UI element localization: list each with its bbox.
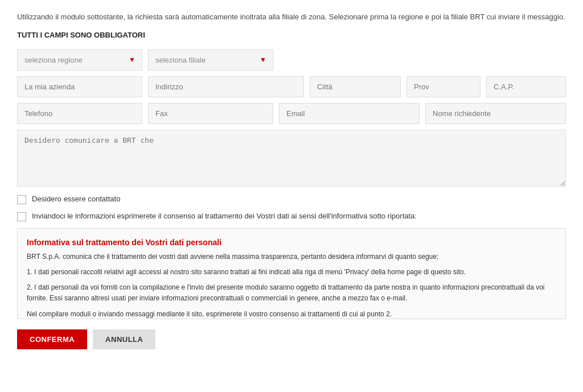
region-select-wrapper: seleziona regione ▼ [17, 49, 142, 71]
address-field [148, 76, 304, 97]
required-label: TUTTI I CAMPI SONO OBBLIGATORI [17, 31, 566, 39]
privacy-title: Informativa sul trattamento dei Vostri d… [27, 238, 554, 247]
name-field [425, 103, 566, 124]
phone-input[interactable] [17, 103, 142, 124]
email-input[interactable] [279, 103, 420, 124]
city-input[interactable] [310, 76, 401, 97]
address-input[interactable] [148, 76, 304, 97]
dropdown-row: seleziona regione ▼ seleziona filiale ▼ [17, 49, 566, 71]
confirm-button[interactable]: CONFERMA [17, 329, 87, 349]
fax-field [148, 103, 273, 124]
prov-input[interactable] [407, 76, 481, 97]
privacy-consent-label[interactable]: Inviandoci le informazioni esprimerete i… [32, 211, 417, 221]
prov-field [407, 76, 481, 97]
region-select[interactable]: seleziona regione [17, 49, 142, 71]
phone-field [17, 103, 142, 124]
email-field [279, 103, 420, 124]
privacy-text: BRT S.p.A. comunica che il trattamento d… [27, 251, 554, 319]
name-input[interactable] [425, 103, 566, 124]
cap-input[interactable] [486, 76, 566, 97]
privacy-point2: 2. I dati personali da voi forniti con l… [27, 282, 554, 304]
privacy-intro: BRT S.p.A. comunica che il trattamento d… [27, 251, 554, 262]
contact-row [17, 103, 566, 124]
branch-select-wrapper: seleziona filiale ▼ [148, 49, 273, 71]
message-field [17, 130, 566, 188]
company-input[interactable] [17, 76, 142, 97]
branch-select[interactable]: seleziona filiale [148, 49, 273, 71]
message-textarea[interactable] [17, 130, 566, 187]
company-field [17, 76, 142, 97]
contact-checkbox[interactable] [17, 195, 26, 204]
privacy-checkbox-row: Inviandoci le informazioni esprimerete i… [17, 211, 566, 221]
privacy-point1: 1. I dati personali raccolti relativi ag… [27, 267, 554, 278]
privacy-point3: Nel compilare moduli o inviando messaggi… [27, 309, 554, 319]
city-field [310, 76, 401, 97]
privacy-consent-checkbox[interactable] [17, 212, 26, 221]
cancel-button[interactable]: ANNULLA [93, 329, 155, 349]
intro-text: Utilizzando il modulo sottostante, la ri… [17, 11, 566, 23]
contact-checkbox-label[interactable]: Desidero essere contattato [32, 194, 120, 204]
fax-input[interactable] [148, 103, 273, 124]
cap-field [486, 76, 566, 97]
button-row: CONFERMA ANNULLA [17, 329, 566, 349]
privacy-box: Informativa sul trattamento dei Vostri d… [17, 228, 566, 319]
address-row [17, 76, 566, 97]
contact-checkbox-row: Desidero essere contattato [17, 194, 566, 204]
